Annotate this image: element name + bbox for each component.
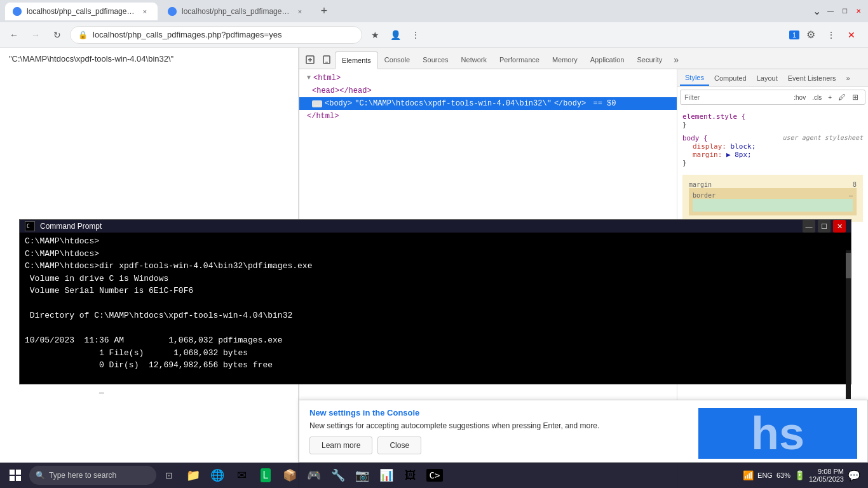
tab-sources[interactable]: Sources xyxy=(416,51,454,69)
taskbar-cmd-button[interactable]: C> xyxy=(423,464,446,487)
cmd-body: C:\MAMP\htdocs> C:\MAMP\htdocs> C:\MAMP\… xyxy=(20,233,851,399)
panel-tab-styles[interactable]: Styles xyxy=(680,71,709,86)
taskbar-app7-button[interactable]: 🖼 xyxy=(399,464,422,487)
cmd-line-10: 1 File(s) 1,068,032 bytes xyxy=(25,347,846,360)
filter-icon-2[interactable]: ⊞ xyxy=(850,92,861,102)
mail-icon: ✉ xyxy=(237,468,247,482)
style-rule-body: body { user agent stylesheet display: bl… xyxy=(677,132,868,170)
devtools-more-tabs[interactable]: » xyxy=(668,51,684,69)
devtools-settings-icon[interactable]: ⚙ xyxy=(802,26,820,44)
cmd-maximize-button[interactable]: ☐ xyxy=(818,220,831,233)
notification-image: hs xyxy=(698,408,857,459)
cmd-line-12 xyxy=(25,372,846,384)
devtools-device-icon[interactable] xyxy=(318,51,335,69)
tab-security[interactable]: Security xyxy=(630,51,668,69)
cmd-close-button[interactable]: ✕ xyxy=(833,220,846,233)
tab-favicon-2 xyxy=(168,7,177,16)
cmd-scrollbar-thumb[interactable] xyxy=(846,253,851,278)
taskbar-app5-button[interactable]: 📷 xyxy=(351,464,374,487)
box-padding-inner xyxy=(693,199,853,212)
html-line-1[interactable]: ▼ <html> xyxy=(299,72,677,85)
taskbar-app3-button[interactable]: 🎮 xyxy=(302,464,325,487)
box-border-row: border – xyxy=(693,192,853,199)
refresh-button[interactable]: ↻ xyxy=(48,26,66,44)
tab-inactive[interactable]: localhost/php_calls_pdfimages.p × xyxy=(160,3,313,20)
tab-close-1[interactable]: × xyxy=(140,6,150,17)
taskbar-search[interactable]: 🔍 Type here to search xyxy=(29,466,156,485)
app2-icon: 📦 xyxy=(283,468,297,482)
start-button[interactable] xyxy=(3,463,28,488)
app5-icon: 📷 xyxy=(355,468,369,482)
tab-application[interactable]: Application xyxy=(584,51,631,69)
box-margin-row: margin 8 xyxy=(689,181,857,188)
win-sq-3 xyxy=(10,476,15,481)
devtools-top-right: 1 ⚙ ⋮ ✕ xyxy=(789,26,863,44)
panel-tab-bar: Styles Computed Layout Event Listeners » xyxy=(677,69,868,87)
maximize-button[interactable]: ☐ xyxy=(840,7,849,16)
display-prop: display: xyxy=(693,142,726,151)
panel-tab-computed[interactable]: Computed xyxy=(709,71,752,86)
system-tray: 📶 ENG 63% 🔋 9:08 PM 12/05/2023 💬 xyxy=(743,468,860,483)
taskbar-app6-button[interactable]: 📊 xyxy=(375,464,398,487)
cmd-line-5: Volume Serial Number is 6E1C-F0F6 xyxy=(25,285,846,297)
profile-icon[interactable]: 👤 xyxy=(386,26,404,44)
styles-filter-bar: :hov .cls + 🖊 ⊞ xyxy=(680,90,865,105)
filter-hov-button[interactable]: :hov xyxy=(791,93,808,102)
address-bar[interactable]: 🔒 localhost/php_calls_pdfimages.php?pdfi… xyxy=(70,26,362,44)
taskbar-l-button[interactable]: L xyxy=(254,464,277,487)
window-controls: ⌄ — ☐ ✕ xyxy=(812,7,863,16)
html-tag-2: <head></head> xyxy=(312,85,372,97)
devtools-more-icon[interactable]: ⋮ xyxy=(822,26,840,44)
selector-element: element.style { xyxy=(682,112,745,121)
styles-filter-input[interactable] xyxy=(684,93,789,101)
win-sq-4 xyxy=(16,476,21,481)
minimize-button[interactable]: — xyxy=(826,7,835,16)
taskbar-app2-button[interactable]: 📦 xyxy=(278,464,301,487)
settings-icon[interactable]: ⋮ xyxy=(407,26,424,44)
tab-performance[interactable]: Performance xyxy=(493,51,546,69)
tab-title-1: localhost/php_calls_pdfimages.p xyxy=(27,7,135,16)
filter-plus-button[interactable]: + xyxy=(825,93,834,102)
filter-cls-button[interactable]: .cls xyxy=(810,93,824,102)
bookmarks-icon[interactable]: ★ xyxy=(366,26,384,44)
html-line-2[interactable]: <head></head> xyxy=(299,85,677,97)
notification-icon[interactable]: 💬 xyxy=(848,470,860,482)
network-icon: 📶 xyxy=(743,470,754,480)
tab-network[interactable]: Network xyxy=(455,51,493,69)
filter-icon-1[interactable]: 🖊 xyxy=(836,92,848,102)
rule-close-2: } xyxy=(682,159,687,167)
html-line-4[interactable]: </html> xyxy=(299,110,677,123)
taskbar-edge-button[interactable]: 🌐 xyxy=(206,464,229,487)
cmd-scrollbar[interactable] xyxy=(846,250,851,399)
tab-console[interactable]: Console xyxy=(378,51,416,69)
close-button[interactable]: ✕ xyxy=(854,7,863,16)
cmd-minimize-button[interactable]: — xyxy=(803,220,815,233)
tab-favicon-1 xyxy=(13,7,22,16)
expand-icon-1[interactable]: ▼ xyxy=(307,72,311,84)
ellipsis-button[interactable]: … xyxy=(312,100,322,107)
learn-more-button[interactable]: Learn more xyxy=(309,437,372,454)
taskbar-files-button[interactable]: 📁 xyxy=(182,464,205,487)
tab-elements[interactable]: Elements xyxy=(335,51,378,69)
close-notification-button[interactable]: Close xyxy=(377,437,421,454)
cmd-content-area[interactable]: C:\MAMP\htdocs> C:\MAMP\htdocs> C:\MAMP\… xyxy=(20,233,851,399)
tab-active[interactable]: localhost/php_calls_pdfimages.p × xyxy=(5,3,158,20)
tab-memory[interactable]: Memory xyxy=(546,51,584,69)
panel-tab-event-listeners[interactable]: Event Listeners xyxy=(783,71,841,86)
new-tab-button[interactable]: + xyxy=(315,3,333,20)
taskbar-app4-button[interactable]: 🔧 xyxy=(327,464,349,487)
taskbar-right: 📶 ENG 63% 🔋 9:08 PM 12/05/2023 💬 xyxy=(738,468,865,483)
devtools-inspect-icon[interactable] xyxy=(302,51,318,69)
forward-button[interactable]: → xyxy=(27,26,44,44)
back-button[interactable]: ← xyxy=(5,26,23,44)
cmd-window: C Command Prompt — ☐ ✕ C:\MAMP\htdocs> C… xyxy=(19,219,851,384)
html-line-3[interactable]: … <body> "C:\MAMP\htdocs\xpdf-tools-win-… xyxy=(299,97,677,110)
panel-tab-more[interactable]: » xyxy=(841,71,855,86)
taskbar-mail-button[interactable]: ✉ xyxy=(230,464,253,487)
devtools-close-icon[interactable]: ✕ xyxy=(843,26,860,44)
files-icon: 📁 xyxy=(186,468,200,482)
display-val: block; xyxy=(731,142,756,151)
panel-tab-layout[interactable]: Layout xyxy=(752,71,783,86)
tab-close-2[interactable]: × xyxy=(295,6,305,17)
task-view-button[interactable]: ⊡ xyxy=(158,464,180,487)
